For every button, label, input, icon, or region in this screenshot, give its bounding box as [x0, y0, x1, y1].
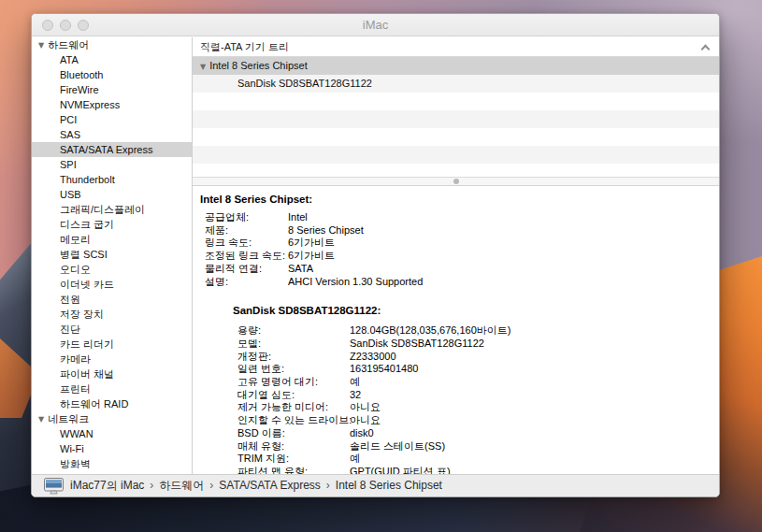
disclosure-triangle-icon[interactable]: ▼: [38, 412, 44, 427]
sidebar-item-card-reader[interactable]: 카드 리더기: [32, 337, 192, 352]
detail-label: 매체 유형:: [237, 440, 350, 453]
sidebar-item-label: 파이버 채널: [60, 368, 114, 380]
sidebar-item-ata[interactable]: ATA: [32, 52, 192, 67]
disclosure-triangle-icon[interactable]: ▼: [38, 38, 44, 53]
sidebar-item-firewire[interactable]: FireWire: [32, 82, 192, 97]
sidebar-item-thunderbolt[interactable]: Thunderbolt: [32, 172, 192, 187]
tree-row-label: Intel 8 Series Chipset: [209, 60, 308, 71]
detail-label: 공급업체:: [205, 211, 288, 224]
detail-label: 조정된 링크 속도:: [205, 250, 288, 263]
close-button[interactable]: [42, 20, 53, 31]
breadcrumb-item[interactable]: iMac77의 iMac: [70, 479, 144, 492]
detail-label: 제거 가능한 미디어:: [237, 401, 350, 414]
disclosure-triangle-icon[interactable]: ▼: [200, 58, 206, 76]
detail-value: 32: [350, 389, 361, 400]
sidebar-item-nvmexpress[interactable]: NVMExpress: [32, 97, 192, 112]
tree-empty-row: [193, 110, 719, 128]
sidebar-item-disc-burning[interactable]: 디스크 굽기: [32, 217, 192, 232]
detail-row: 인지할 수 있는 드라이브:아니요: [237, 414, 719, 427]
sidebar-item-label: 병렬 SCSI: [60, 249, 108, 260]
breadcrumb: iMac77의 iMac›하드웨어›SATA/SATA Express›Inte…: [70, 478, 442, 494]
tree-row-intel-8-series-chipset[interactable]: ▼Intel 8 Series Chipset: [193, 57, 719, 75]
detail-label: 제품:: [205, 224, 288, 237]
sidebar-item-fibre-channel[interactable]: 파이버 채널: [32, 367, 192, 381]
sidebar-item-label: SAS: [60, 129, 80, 140]
sidebar-group-network[interactable]: ▼네트워크: [32, 411, 192, 426]
tree-empty-row: [193, 164, 719, 177]
sidebar-item-hardware-raid[interactable]: 하드웨어 RAID: [32, 396, 192, 411]
detail-row: 제품:8 Series Chipset: [205, 224, 719, 237]
detail-value: 예: [350, 376, 360, 387]
detail-pane: Intel 8 Series Chipset:공급업체:Intel제품:8 Se…: [193, 186, 719, 474]
sidebar-item-label: 하드웨어 RAID: [60, 398, 128, 410]
sidebar-item-audio[interactable]: 오디오: [32, 262, 192, 277]
sidebar-item-wwan[interactable]: WWAN: [32, 426, 192, 441]
tree-row-sandisk-sd8sbat128g1122[interactable]: SanDisk SD8SBAT128G1122: [193, 75, 719, 93]
status-bar: iMac77의 iMac›하드웨어›SATA/SATA Express›Inte…: [32, 474, 719, 496]
sidebar-item-diagnostics[interactable]: 진단: [32, 322, 192, 337]
sidebar-item-firewall[interactable]: 방화벽: [32, 456, 192, 471]
sidebar-item-wi-fi[interactable]: Wi-Fi: [32, 441, 192, 456]
sidebar-item-camera[interactable]: 카메라: [32, 352, 192, 367]
breadcrumb-item[interactable]: Intel 8 Series Chipset: [336, 479, 442, 492]
breadcrumb-separator: ›: [209, 479, 213, 492]
sidebar-item-graphics-displays[interactable]: 그래픽/디스플레이: [32, 202, 192, 217]
detail-value: 8 Series Chipset: [288, 224, 364, 236]
detail-row: 모델:SanDisk SD8SBAT128G1122: [237, 338, 719, 351]
detail-row: 개정판:Z2333000: [237, 351, 719, 364]
sidebar-item-sata-sata-express[interactable]: SATA/SATA Express: [32, 142, 192, 157]
sidebar-item-label: NVMExpress: [60, 99, 120, 110]
detail-value: 아니요: [350, 401, 381, 412]
window-title: iMac: [32, 14, 719, 36]
sidebar-group-hardware[interactable]: ▼하드웨어: [32, 37, 192, 52]
detail-value: GPT(GUID 파티션 표): [350, 466, 451, 474]
sidebar-item-ethernet-cards[interactable]: 이더넷 카드: [32, 277, 192, 292]
detail-row: 물리적 연결:SATA: [205, 263, 719, 276]
detail-label: 고유 명령어 대기:: [237, 376, 350, 389]
sidebar-item-label: 저장 장치: [60, 309, 104, 320]
detail-row: 제거 가능한 미디어:아니요: [237, 401, 719, 414]
sidebar-item-parallel-scsi[interactable]: 병렬 SCSI: [32, 247, 192, 262]
traffic-lights: [42, 20, 89, 31]
content-pane: 직렬-ATA 기기 트리 ▼Intel 8 Series ChipsetSanD…: [193, 37, 719, 474]
detail-label: 대기열 심도:: [237, 389, 350, 402]
sidebar-item-memory[interactable]: 메모리: [32, 232, 192, 247]
sidebar-item-bluetooth[interactable]: Bluetooth: [32, 67, 192, 82]
detail-label: 인지할 수 있는 드라이브:: [237, 414, 350, 427]
tree-header-label: 직렬-ATA 기기 트리: [200, 41, 289, 52]
detail-value: 163195401480: [350, 363, 418, 374]
titlebar[interactable]: iMac: [32, 14, 719, 36]
breadcrumb-item[interactable]: SATA/SATA Express: [219, 479, 320, 492]
sidebar-item-sas[interactable]: SAS: [32, 127, 192, 142]
sidebar-item-storage[interactable]: 저장 장치: [32, 307, 192, 322]
breadcrumb-separator: ›: [326, 479, 330, 492]
splitter-handle-icon[interactable]: [453, 179, 459, 184]
sidebar-item-spi[interactable]: SPI: [32, 157, 192, 172]
detail-label: 용량:: [237, 324, 350, 338]
detail-value: 6기가비트: [288, 250, 335, 261]
detail-label: 일련 번호:: [237, 363, 350, 376]
tree-column-header[interactable]: 직렬-ATA 기기 트리: [193, 37, 719, 57]
detail-label: 설명:: [205, 276, 288, 289]
detail-value: 솔리드 스테이트(SS): [350, 440, 445, 452]
detail-value: 아니요: [350, 414, 381, 425]
sidebar-item-label: USB: [60, 189, 81, 200]
sidebar-item-label: Wi-Fi: [60, 443, 84, 454]
sidebar-item-usb[interactable]: USB: [32, 187, 192, 202]
detail-row: 일련 번호:163195401480: [237, 363, 719, 376]
tree-empty-row: [193, 128, 719, 146]
chevron-up-icon[interactable]: [701, 45, 711, 54]
zoom-button[interactable]: [78, 20, 89, 31]
minimize-button[interactable]: [60, 20, 71, 31]
sidebar-item-label: 디스크 굽기: [60, 219, 114, 230]
imac-display-icon: [44, 478, 64, 495]
detail-row: BSD 이름:disk0: [237, 427, 719, 440]
tree-body: ▼Intel 8 Series ChipsetSanDisk SD8SBAT12…: [193, 57, 719, 177]
breadcrumb-item[interactable]: 하드웨어: [159, 479, 204, 492]
detail-row: 설명:AHCI Version 1.30 Supported: [205, 276, 719, 289]
sidebar-item-printers[interactable]: 프린터: [32, 381, 192, 396]
sidebar-item-pci[interactable]: PCI: [32, 112, 192, 127]
tree-empty-row: [193, 146, 719, 164]
sidebar-item-power[interactable]: 전원: [32, 292, 192, 307]
pane-splitter[interactable]: [193, 177, 719, 186]
